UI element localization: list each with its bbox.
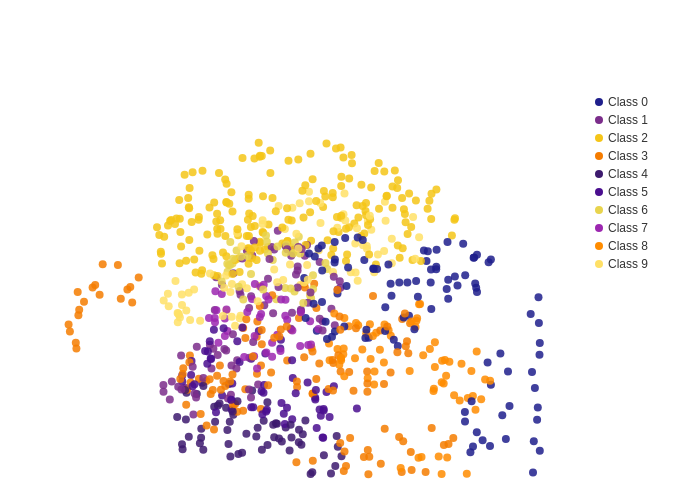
data-point <box>391 167 399 175</box>
data-point <box>182 306 190 314</box>
data-point <box>114 261 122 269</box>
data-point <box>179 364 187 372</box>
data-point <box>229 270 237 278</box>
data-point <box>259 286 267 294</box>
legend-label-8: Class 8 <box>608 239 648 253</box>
legend-label-6: Class 6 <box>608 203 648 217</box>
data-point <box>449 434 457 442</box>
data-point <box>294 284 302 292</box>
data-point <box>461 408 469 416</box>
data-point <box>415 300 423 308</box>
data-point <box>225 440 233 448</box>
data-point <box>212 306 220 314</box>
data-point <box>318 242 326 250</box>
data-point <box>283 204 291 212</box>
data-point <box>536 351 544 359</box>
data-point <box>320 406 328 414</box>
data-point <box>193 343 201 351</box>
data-point <box>380 168 388 176</box>
data-point <box>473 428 481 436</box>
data-point <box>333 286 341 294</box>
data-point <box>409 213 417 221</box>
data-point <box>330 273 338 281</box>
data-point <box>190 256 198 264</box>
data-point <box>406 367 414 375</box>
data-point <box>336 313 344 321</box>
data-point <box>364 221 372 229</box>
data-point <box>175 196 183 204</box>
data-point <box>398 194 406 202</box>
data-point <box>223 180 231 188</box>
data-point <box>312 375 320 383</box>
data-point <box>472 406 480 414</box>
data-point <box>339 154 347 162</box>
data-point <box>272 207 280 215</box>
data-point <box>363 380 371 388</box>
legend-item-7: Class 7 <box>595 221 690 235</box>
data-point <box>184 194 192 202</box>
data-point <box>292 230 300 238</box>
data-point <box>312 386 320 394</box>
data-point <box>245 386 253 394</box>
data-point <box>266 169 274 177</box>
data-point <box>375 159 383 167</box>
data-point <box>380 359 388 367</box>
data-point <box>433 246 441 254</box>
data-point <box>250 155 258 163</box>
data-point <box>196 439 204 447</box>
data-point <box>353 224 361 232</box>
data-point <box>454 281 462 289</box>
legend-item-6: Class 6 <box>595 203 690 217</box>
data-point <box>229 255 237 263</box>
data-point <box>185 236 193 244</box>
data-point <box>442 372 450 380</box>
data-point <box>296 342 304 350</box>
data-point <box>123 286 131 294</box>
data-point <box>190 286 198 294</box>
data-point <box>199 382 207 390</box>
data-point <box>329 356 337 364</box>
data-point <box>327 470 335 478</box>
data-point <box>357 181 365 189</box>
data-point <box>226 418 234 426</box>
data-point <box>470 254 478 262</box>
data-point <box>377 460 385 468</box>
data-point <box>268 353 276 361</box>
data-point <box>300 353 308 361</box>
data-point <box>432 186 440 194</box>
data-point <box>242 430 250 438</box>
data-point <box>174 318 182 326</box>
data-point <box>487 256 495 264</box>
data-point <box>309 175 317 183</box>
data-point <box>412 196 420 204</box>
data-point <box>229 330 237 338</box>
data-point <box>197 410 205 418</box>
data-point <box>217 225 225 233</box>
data-point <box>181 171 189 179</box>
data-point <box>382 217 390 225</box>
data-point <box>504 367 512 375</box>
data-point <box>212 408 220 416</box>
legend-label-5: Class 5 <box>608 185 648 199</box>
data-point <box>383 322 391 330</box>
data-point <box>403 337 411 345</box>
data-point <box>263 398 271 406</box>
data-point <box>210 198 218 206</box>
data-point <box>313 424 321 432</box>
data-point <box>219 312 227 320</box>
data-point <box>403 279 411 287</box>
data-point <box>395 279 403 287</box>
data-point <box>210 426 218 434</box>
data-point <box>408 466 416 474</box>
data-point <box>390 336 398 344</box>
data-point <box>451 214 459 222</box>
data-point <box>312 197 320 205</box>
data-point <box>227 396 235 404</box>
data-point <box>323 140 331 148</box>
data-point <box>287 285 295 293</box>
data-point <box>247 403 255 411</box>
data-point <box>174 383 182 391</box>
data-point <box>282 249 290 257</box>
data-point <box>381 425 389 433</box>
data-point <box>342 225 350 233</box>
